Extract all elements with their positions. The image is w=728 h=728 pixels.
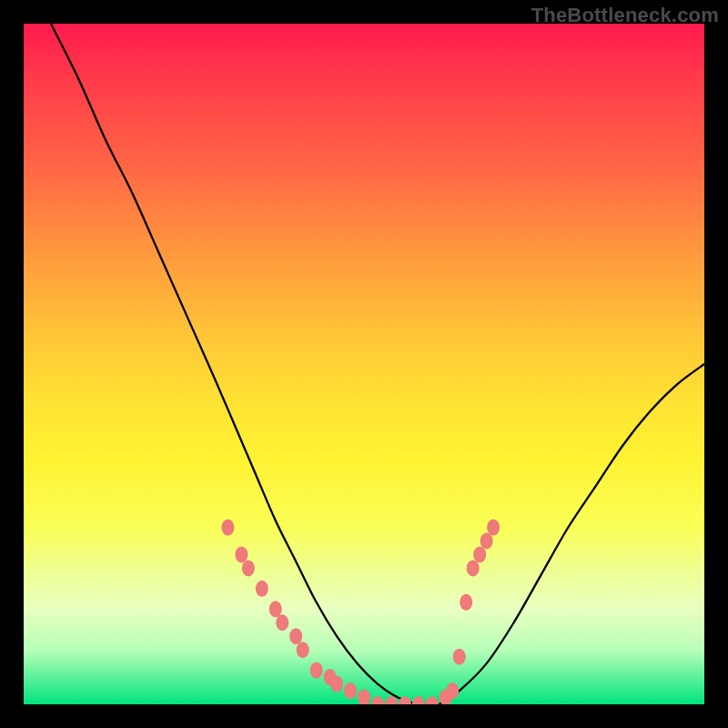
data-marker [289,628,302,644]
data-marker [235,546,248,562]
bottleneck-curve-svg [24,24,704,704]
data-marker [480,532,493,549]
data-marker [487,520,500,536]
data-marker [269,601,282,617]
data-marker [221,520,234,536]
chart-frame: TheBottleneck.com [0,0,728,728]
data-marker [256,581,268,597]
data-marker [330,676,343,693]
data-marker [446,682,459,699]
data-marker [344,682,357,699]
data-marker [412,696,425,704]
data-marker [297,642,309,658]
data-marker [242,560,255,576]
data-marker [310,662,323,679]
data-marker [358,690,370,704]
data-marker [426,696,439,704]
marker-group [221,520,500,704]
data-marker [276,614,288,631]
data-marker [473,546,486,562]
data-marker [399,696,411,704]
data-marker [460,594,472,611]
data-marker [371,696,384,704]
data-marker [453,649,466,665]
data-marker [467,560,480,576]
bottleneck-curve [51,24,704,704]
plot-area [24,24,704,704]
